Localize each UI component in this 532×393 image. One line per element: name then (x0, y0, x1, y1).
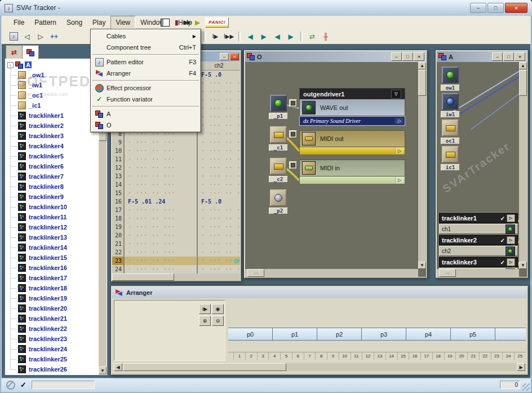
pattern-cell[interactable]: F-5 .0 (198, 197, 240, 206)
tree-item[interactable]: − tracklinker6 (6, 161, 99, 171)
pattern-icon[interactable] (7, 31, 20, 42)
midi-out-arrow-icon[interactable]: ▷ (395, 148, 404, 154)
tree-item[interactable]: − tracklinker22 (6, 324, 99, 334)
window-titlebar[interactable]: SVAr Tracker - – □ × (0, 0, 532, 16)
pattern-row[interactable]: 21 · ··· ·· ··· · ··· ·· ··· (112, 240, 240, 248)
o-close-button[interactable]: × (414, 52, 424, 61)
o-node-canvas[interactable]: outgendriver1 ▽ WAVE out dx Primary Soun… (245, 62, 426, 277)
select-tool-button[interactable]: ◉ (212, 304, 224, 314)
o-vscrollbar[interactable]: ▲ ▼ (418, 62, 426, 269)
connector-icon[interactable] (289, 99, 297, 107)
loop-start-icon[interactable]: ◀ (244, 31, 256, 42)
output-arrow-icon[interactable]: ▷ (507, 236, 515, 244)
arranger-pattern-cell[interactable]: p2 (317, 328, 362, 341)
pattern-cell[interactable]: · ··· ·· ··· (198, 113, 240, 121)
play-from-start-icon[interactable]: I▶▶ (223, 31, 235, 42)
tree-item[interactable]: − _ow1 (6, 70, 99, 80)
scroll-down-icon[interactable]: ▼ (418, 262, 426, 269)
tree-item[interactable]: − tracklinker1 (6, 111, 99, 121)
tree-item[interactable]: − tracklinker14 (6, 242, 99, 253)
dropdown-icon[interactable]: ▽ (391, 90, 401, 99)
pattern-cell[interactable]: · ··· ·· ··· (125, 147, 198, 155)
tree-item[interactable]: − tracklinker3 (6, 131, 99, 141)
pattern-cell[interactable]: · ··· ·· ··· (198, 231, 240, 240)
arranger-pattern-cell[interactable]: p1 (272, 328, 317, 341)
pattern-cell[interactable]: · ··· ·· ··· (125, 265, 198, 273)
pattern-cell[interactable]: · ··· ·· ··· (198, 96, 240, 104)
pattern-row[interactable]: 15 · ··· ·· ··· · ··· ·· ··· (112, 189, 240, 197)
pattern-hscrollbar[interactable] (112, 273, 240, 281)
port-icon[interactable] (270, 158, 287, 175)
pattern-row[interactable]: 13 · ··· ·· ··· · ··· ·· ··· (112, 172, 240, 180)
pattern-cell[interactable]: · ··· ·· ··· (125, 240, 198, 248)
a-component-window[interactable]: A – □ × SVArTracker (435, 50, 529, 279)
pattern-cell[interactable]: · ··· ·· ··· (125, 155, 198, 164)
sound-driver-selector[interactable]: dx Primary Sound Driver ▷ (299, 116, 405, 126)
channel-port-icon[interactable] (506, 246, 515, 256)
a-hscrollbar[interactable]: ⋯ (437, 269, 519, 277)
a-minimize-button[interactable]: – (492, 52, 503, 61)
tracklinker-row[interactable]: tracklinker1 ✓ ▷ (439, 213, 518, 223)
a-node-canvas[interactable]: SVArTracker ow1 iw1 oc1 (437, 62, 527, 277)
pattern-cell[interactable]: · ··· ·· ··· (125, 248, 198, 257)
arranger-pattern-cell[interactable]: p5 (450, 328, 495, 341)
pattern-cell[interactable]: · ··· ·· ··· (125, 164, 198, 172)
pattern-cell[interactable]: · ··· ·· ··· (125, 180, 198, 189)
o-window-titlebar[interactable]: O – □ × (245, 51, 426, 62)
close-button[interactable]: × (505, 3, 527, 13)
tree-item[interactable]: − tracklinker13 (6, 232, 99, 242)
tree-item[interactable]: − tracklinker21 (6, 313, 99, 324)
pattern-cell[interactable]: F-5 .0 (198, 70, 240, 79)
tree-item[interactable]: − _oc1 (6, 90, 99, 100)
pattern-cell[interactable]: · ··· ·· ··· (125, 138, 198, 147)
port-node[interactable]: ow1 (440, 67, 461, 91)
menu-item-effect-processor[interactable]: Effect processor (92, 82, 200, 94)
port-node[interactable]: _p2 (268, 189, 289, 214)
tree-item[interactable]: − _iw1 (6, 80, 99, 90)
menubar-item[interactable]: File (8, 16, 29, 29)
prev-marker-icon[interactable]: ◀ (271, 31, 283, 42)
arranger-ruler[interactable]: 1234567891011121314151617181920212223242… (228, 352, 526, 360)
tracklinker-row[interactable]: tracklinker3 ✓ ▷ (439, 257, 518, 267)
pattern-row[interactable]: 14 · ··· ·· ··· · ··· ·· ··· (112, 180, 240, 189)
driver-arrow-icon[interactable]: ▷ (395, 118, 404, 124)
grid-icon[interactable]: ╫ (320, 31, 332, 42)
menubar-item[interactable]: Play (87, 16, 110, 29)
tree-item[interactable]: − tracklinker4 (6, 141, 99, 151)
port-node[interactable]: _c1 (268, 126, 289, 151)
pattern-cell[interactable]: · ··· ·· ··· (198, 172, 240, 180)
o-hscrollbar[interactable]: ⋯ (245, 269, 418, 277)
port-icon[interactable] (270, 189, 287, 206)
pattern-cell[interactable]: · ··· ·· ··· (198, 79, 240, 87)
pattern-cell[interactable]: · ··· ·· ··· (198, 248, 240, 257)
menu-item-cables[interactable]: Cables ▶ (92, 30, 200, 42)
scrollbar-thumb[interactable] (418, 70, 426, 96)
tracklinker-row[interactable]: tracklinker2 ✓ ▷ (439, 235, 518, 245)
step-forward-icon[interactable]: ▷ (34, 31, 47, 42)
pattern-cell[interactable]: · ··· ·· ··· (125, 223, 198, 231)
pattern-cell[interactable]: · ··· ·· ··· (125, 257, 198, 265)
port-icon[interactable] (270, 95, 287, 112)
tree-item[interactable]: − tracklinker20 (6, 303, 99, 313)
resize-grip[interactable] (522, 383, 530, 391)
arranger-pattern-cell[interactable]: p4 (406, 328, 451, 341)
arranger-pattern-cell[interactable] (495, 328, 526, 341)
swap-icon[interactable]: ⇄ (306, 31, 318, 42)
channel-port-icon[interactable] (506, 224, 515, 234)
pattern-row[interactable]: 22 · ··· ·· ··· · ··· ·· ··· (112, 248, 240, 257)
midi-out-bar[interactable]: ▷ (299, 147, 405, 155)
step-back-icon[interactable]: ◁ (21, 31, 33, 42)
pattern-cell[interactable]: · ··· ·· ··· (198, 87, 240, 96)
pattern-cell[interactable]: · ··· ·· ··· (198, 240, 240, 248)
tab-component-tree[interactable] (22, 45, 39, 59)
port-node[interactable]: _p1 (268, 95, 289, 120)
insert-cursor-button[interactable]: I▶ (199, 304, 211, 314)
arranger-hscrollbar[interactable]: ◀ ▶ (114, 363, 525, 371)
tree-item[interactable]: − tracklinker12 (6, 222, 99, 232)
tree-item[interactable]: − tracklinker25 (6, 354, 99, 364)
tree-item[interactable]: − tracklinker11 (6, 212, 99, 222)
midi-in-slot[interactable]: MIDI in (299, 160, 405, 176)
pattern-cell[interactable]: · ··· ·· ··· (198, 130, 240, 138)
port-node[interactable]: oc1 (440, 120, 461, 144)
arranger-pattern-cell[interactable]: p3 (361, 328, 406, 341)
